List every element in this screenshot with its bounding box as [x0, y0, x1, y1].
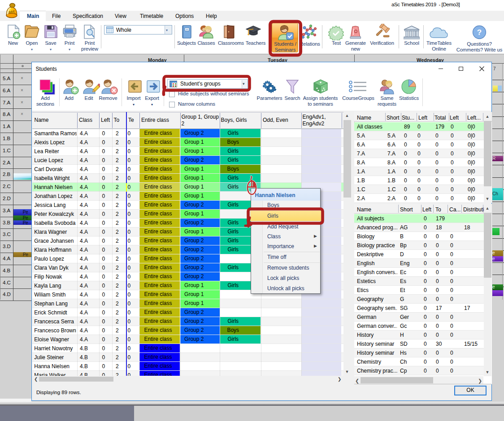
svg-text:?: ?	[477, 28, 482, 37]
svg-text:asc: asc	[8, 9, 15, 14]
